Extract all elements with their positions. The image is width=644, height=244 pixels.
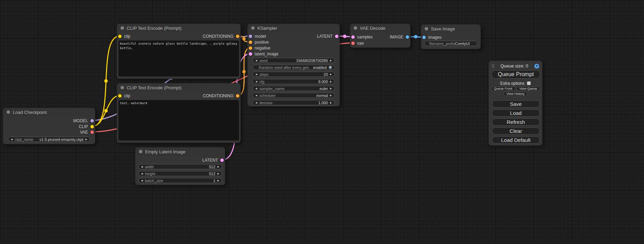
- widget-value[interactable]: 512: [209, 165, 215, 169]
- widget-value[interactable]: v1-5-pruned-emaonly.ckpt: [39, 137, 83, 142]
- queue-prompt-button[interactable]: Queue Prompt: [492, 70, 540, 79]
- widget-value[interactable]: 156680208700286: [296, 58, 328, 63]
- decrement-icon[interactable]: ◀: [255, 101, 257, 104]
- increment-icon[interactable]: ▶: [330, 101, 332, 104]
- widget-value[interactable]: 1.000: [318, 101, 328, 105]
- collapse-icon[interactable]: [139, 150, 142, 153]
- decrement-icon[interactable]: ◀: [11, 138, 12, 141]
- output-port-latent[interactable]: [335, 35, 338, 38]
- drag-handle-icon[interactable]: ⣿: [492, 64, 494, 68]
- collapse-icon[interactable]: [121, 26, 124, 30]
- settings-gear-icon[interactable]: [534, 63, 539, 69]
- node-load-checkpoint[interactable]: Load Checkpoint MODEL CLIP VAE ◀ ckpt_na…: [3, 108, 95, 144]
- toggle-knob-icon[interactable]: [329, 66, 332, 69]
- view-queue-button[interactable]: View Queue: [517, 87, 540, 91]
- output-port-latent[interactable]: [220, 159, 224, 162]
- node-empty-latent-titlebar[interactable]: Empty Latent Image: [135, 147, 225, 156]
- node-clip-text-encode-positive[interactable]: CLIP Text Encode (Prompt) clip CONDITION…: [117, 24, 241, 79]
- increment-icon[interactable]: ▶: [218, 179, 219, 182]
- prompt-textarea[interactable]: text, watermark: [118, 100, 239, 141]
- input-port-clip[interactable]: [118, 94, 122, 98]
- node-load-checkpoint-titlebar[interactable]: Load Checkpoint: [3, 108, 95, 116]
- widget-value[interactable]: 512: [209, 172, 215, 176]
- widget-scheduler[interactable]: ◀ scheduler normal ▶: [253, 93, 335, 98]
- widget-value[interactable]: normal: [316, 93, 328, 98]
- decrement-icon[interactable]: ◀: [141, 165, 143, 168]
- output-port-vae[interactable]: [90, 130, 94, 134]
- widget-seed[interactable]: ◀ seed 156680208700286 ▶: [253, 58, 335, 63]
- widget-value[interactable]: enabled: [313, 65, 327, 70]
- node-empty-latent-image[interactable]: Empty Latent Image LATENT ◀ width 512 ▶ …: [135, 147, 225, 185]
- input-port-clip[interactable]: [118, 35, 122, 38]
- decrement-icon[interactable]: ◀: [255, 59, 257, 62]
- input-port-negative[interactable]: [249, 46, 252, 50]
- node-ksampler-titlebar[interactable]: KSampler: [248, 24, 339, 32]
- decrement-icon[interactable]: ◀: [141, 179, 143, 182]
- increment-icon[interactable]: ▶: [330, 94, 332, 97]
- save-button[interactable]: Save: [492, 100, 540, 108]
- widget-batch-size[interactable]: ◀ batch_size 1 ▶: [138, 178, 222, 183]
- input-port-positive[interactable]: [249, 40, 252, 44]
- decrement-icon[interactable]: ◀: [255, 94, 257, 97]
- extra-options-checkbox[interactable]: [527, 81, 531, 85]
- widget-ckpt-name[interactable]: ◀ ckpt_name v1-5-pruned-emaonly.ckpt ▶: [8, 137, 90, 142]
- increment-icon[interactable]: ▶: [330, 59, 332, 62]
- collapse-icon[interactable]: [251, 26, 255, 30]
- widget-value[interactable]: 1: [213, 179, 215, 183]
- increment-icon[interactable]: ▶: [218, 172, 219, 175]
- output-label: LATENT: [317, 34, 333, 39]
- refresh-button[interactable]: Refresh: [492, 118, 540, 126]
- increment-icon[interactable]: ▶: [86, 138, 87, 141]
- input-port-latent-image[interactable]: [249, 52, 252, 56]
- increment-icon[interactable]: ▶: [330, 80, 332, 83]
- widget-steps[interactable]: ◀ steps 20 ▶: [253, 72, 335, 77]
- load-button[interactable]: Load: [492, 109, 540, 117]
- node-ksampler[interactable]: KSampler model positive negative latent_…: [247, 24, 340, 107]
- node-vae-decode[interactable]: VAE Decode samples vae IMAGE: [350, 24, 411, 48]
- node-clip-positive-titlebar[interactable]: CLIP Text Encode (Prompt): [117, 24, 240, 32]
- increment-icon[interactable]: ▶: [330, 73, 332, 75]
- view-history-button[interactable]: View History: [504, 92, 528, 96]
- decrement-icon[interactable]: ◀: [141, 172, 143, 175]
- collapse-icon[interactable]: [425, 27, 428, 30]
- node-clip-negative-titlebar[interactable]: CLIP Text Encode (Prompt): [117, 83, 240, 92]
- output-port-conditioning[interactable]: [236, 94, 239, 98]
- widget-width[interactable]: ◀ width 512 ▶: [138, 164, 222, 169]
- decrement-icon[interactable]: ◀: [255, 87, 257, 90]
- node-save-image[interactable]: Save Image images filename_prefix ComfyU…: [421, 24, 481, 49]
- collapse-icon[interactable]: [7, 110, 10, 114]
- widget-denoise[interactable]: ◀ denoise 1.000 ▶: [253, 100, 335, 105]
- clear-button[interactable]: Clear: [492, 127, 540, 135]
- widget-value[interactable]: 20: [324, 72, 328, 76]
- collapse-icon[interactable]: [354, 26, 357, 30]
- load-default-button[interactable]: Load Default: [492, 136, 540, 144]
- increment-icon[interactable]: ▶: [218, 165, 219, 168]
- queue-menu-panel[interactable]: ⣿ Queue size: 0 Queue Prompt Extra optio…: [488, 61, 542, 146]
- output-port-model[interactable]: [90, 119, 94, 123]
- widget-value[interactable]: 8.000: [318, 80, 328, 84]
- node-save-image-titlebar[interactable]: Save Image: [421, 25, 480, 33]
- collapse-icon[interactable]: [121, 86, 124, 89]
- widget-random-seed-toggle[interactable]: Random seed after every gen enabled: [253, 65, 335, 70]
- input-port-images[interactable]: [422, 36, 426, 39]
- input-port-model[interactable]: [249, 35, 252, 38]
- widget-filename-prefix[interactable]: filename_prefix ComfyUI: [424, 41, 477, 46]
- node-vae-decode-titlebar[interactable]: VAE Decode: [350, 24, 410, 32]
- widget-value[interactable]: ComfyUI: [455, 42, 470, 46]
- graph-canvas[interactable]: Load Checkpoint MODEL CLIP VAE ◀ ckpt_na…: [0, 0, 644, 244]
- node-clip-text-encode-negative[interactable]: CLIP Text Encode (Prompt) clip CONDITION…: [117, 83, 241, 143]
- input-port-vae[interactable]: [351, 42, 355, 45]
- widget-height[interactable]: ◀ height 512 ▶: [138, 171, 222, 176]
- increment-icon[interactable]: ▶: [330, 87, 332, 90]
- widget-cfg[interactable]: ◀ cfg 8.000 ▶: [253, 79, 335, 84]
- input-port-samples[interactable]: [351, 35, 355, 39]
- output-port-clip[interactable]: [90, 125, 94, 128]
- decrement-icon[interactable]: ◀: [255, 80, 257, 83]
- decrement-icon[interactable]: ◀: [255, 73, 257, 75]
- output-port-image[interactable]: [406, 35, 409, 39]
- queue-front-button[interactable]: Queue Front: [491, 87, 515, 91]
- prompt-textarea[interactable]: beautiful scenery nature glass bottle la…: [118, 40, 239, 76]
- widget-value[interactable]: euler: [319, 87, 328, 91]
- widget-sampler-name[interactable]: ◀ sampler_name euler ▶: [253, 86, 335, 91]
- output-port-conditioning[interactable]: [236, 35, 239, 38]
